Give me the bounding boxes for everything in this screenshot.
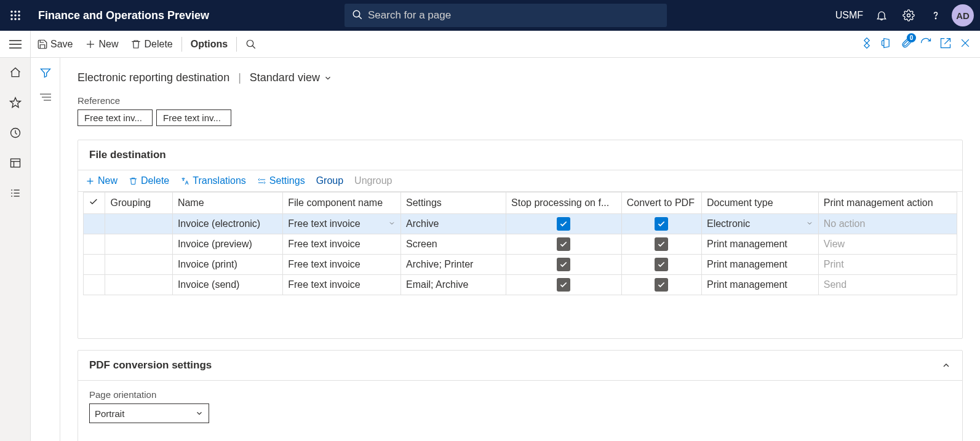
cell-stop[interactable] bbox=[506, 214, 622, 234]
col-select[interactable] bbox=[84, 193, 105, 214]
cell-settings[interactable]: Archive; Printer bbox=[401, 255, 506, 275]
app-launcher-icon[interactable] bbox=[0, 0, 31, 31]
col-grouping[interactable]: Grouping bbox=[105, 193, 172, 214]
col-component[interactable]: File component name bbox=[283, 193, 401, 214]
related-info-icon[interactable] bbox=[40, 93, 51, 103]
table-row[interactable]: Invoice (preview)Free text invoiceScreen… bbox=[84, 234, 957, 255]
help-icon[interactable] bbox=[925, 4, 947, 26]
col-settings[interactable]: Settings bbox=[401, 193, 506, 214]
checkbox-icon[interactable] bbox=[557, 237, 570, 251]
cell-doc-type[interactable]: Print management bbox=[701, 234, 818, 255]
attachments-icon[interactable]: 0 bbox=[900, 37, 912, 51]
page-orientation-select[interactable]: Portrait bbox=[89, 403, 209, 423]
office-icon[interactable] bbox=[880, 37, 893, 51]
cell-component[interactable]: Free text invoice bbox=[283, 275, 401, 295]
grid-translations-label: Translations bbox=[193, 175, 246, 186]
cell-doc-type[interactable]: Print management bbox=[701, 255, 818, 275]
row-selector[interactable] bbox=[84, 275, 105, 295]
cell-convert[interactable] bbox=[621, 234, 701, 255]
cell-action[interactable]: No action bbox=[818, 214, 957, 234]
cell-doc-type[interactable]: Electronic bbox=[701, 214, 818, 234]
col-name[interactable]: Name bbox=[172, 193, 282, 214]
cell-component[interactable]: Free text invoice bbox=[283, 234, 401, 255]
cell-settings[interactable]: Screen bbox=[401, 234, 506, 255]
cell-grouping[interactable] bbox=[105, 275, 172, 295]
reference-value[interactable]: Free text inv... bbox=[78, 109, 153, 126]
view-selector[interactable]: Standard view bbox=[250, 71, 332, 84]
cell-convert[interactable] bbox=[621, 214, 701, 234]
home-icon[interactable] bbox=[9, 66, 22, 81]
reference-value[interactable]: Free text inv... bbox=[156, 109, 231, 126]
new-button[interactable]: New bbox=[79, 31, 124, 58]
checkbox-icon[interactable] bbox=[655, 217, 668, 231]
favorites-icon[interactable] bbox=[9, 97, 22, 111]
modules-icon[interactable] bbox=[9, 187, 22, 201]
cell-doc-type[interactable]: Print management bbox=[701, 275, 818, 295]
search-input[interactable]: Search for a page bbox=[345, 4, 667, 27]
cell-component[interactable]: Free text invoice bbox=[283, 255, 401, 275]
cell-name[interactable]: Invoice (preview) bbox=[172, 234, 282, 255]
row-selector[interactable] bbox=[84, 255, 105, 275]
cell-name[interactable]: Invoice (send) bbox=[172, 275, 282, 295]
file-destination-header[interactable]: File destination bbox=[78, 140, 962, 170]
grid-translations-button[interactable]: Translations bbox=[180, 175, 246, 186]
cell-action[interactable]: Print bbox=[818, 255, 957, 275]
grid-settings-button[interactable]: Settings bbox=[257, 175, 305, 186]
pdf-conversion-header[interactable]: PDF conversion settings bbox=[78, 351, 962, 381]
col-stop[interactable]: Stop processing on f... bbox=[506, 193, 622, 214]
cell-settings[interactable]: Email; Archive bbox=[401, 275, 506, 295]
svg-point-1 bbox=[14, 10, 17, 13]
col-action[interactable]: Print management action bbox=[818, 193, 957, 214]
save-button[interactable]: Save bbox=[31, 31, 79, 58]
grid-delete-button[interactable]: Delete bbox=[129, 175, 169, 186]
col-doc-type[interactable]: Document type bbox=[701, 193, 818, 214]
checkbox-icon[interactable] bbox=[655, 258, 668, 271]
chevron-up-icon bbox=[941, 360, 951, 370]
cell-stop[interactable] bbox=[506, 275, 622, 295]
avatar[interactable]: AD bbox=[952, 4, 974, 26]
cell-action[interactable]: View bbox=[818, 234, 957, 255]
checkbox-icon[interactable] bbox=[655, 278, 668, 292]
workspaces-icon[interactable] bbox=[9, 157, 22, 171]
recent-icon[interactable] bbox=[9, 127, 22, 141]
close-icon[interactable] bbox=[959, 37, 971, 51]
options-button[interactable]: Options bbox=[185, 31, 234, 58]
cell-convert[interactable] bbox=[621, 255, 701, 275]
cell-grouping[interactable] bbox=[105, 214, 172, 234]
row-selector[interactable] bbox=[84, 214, 105, 234]
checkbox-icon[interactable] bbox=[557, 258, 570, 271]
grid-new-button[interactable]: New bbox=[86, 175, 118, 186]
cell-convert[interactable] bbox=[621, 275, 701, 295]
cell-settings[interactable]: Archive bbox=[401, 214, 506, 234]
action-search-button[interactable] bbox=[239, 31, 263, 58]
refresh-icon[interactable] bbox=[920, 37, 932, 51]
settings-icon[interactable] bbox=[898, 4, 920, 26]
table-row[interactable]: Invoice (send)Free text invoiceEmail; Ar… bbox=[84, 275, 957, 295]
filter-icon[interactable] bbox=[39, 66, 52, 81]
svg-point-4 bbox=[14, 14, 17, 17]
row-selector[interactable] bbox=[84, 234, 105, 255]
nav-toggle-icon[interactable] bbox=[0, 31, 31, 58]
cell-grouping[interactable] bbox=[105, 234, 172, 255]
popout-icon[interactable] bbox=[939, 37, 952, 51]
delete-button[interactable]: Delete bbox=[124, 31, 178, 58]
notifications-icon[interactable] bbox=[870, 4, 893, 26]
checkbox-icon[interactable] bbox=[655, 237, 668, 251]
cell-name[interactable]: Invoice (print) bbox=[172, 255, 282, 275]
cell-grouping[interactable] bbox=[105, 255, 172, 275]
cell-action[interactable]: Send bbox=[818, 275, 957, 295]
reference-label: Reference bbox=[78, 95, 963, 106]
checkbox-icon[interactable] bbox=[557, 217, 570, 231]
table-row[interactable]: Invoice (electronic)Free text invoiceArc… bbox=[84, 214, 957, 234]
search-icon bbox=[352, 9, 363, 22]
cell-component[interactable]: Free text invoice bbox=[283, 214, 401, 234]
cell-stop[interactable] bbox=[506, 234, 622, 255]
checkbox-icon[interactable] bbox=[557, 278, 570, 292]
table-row[interactable]: Invoice (print)Free text invoiceArchive;… bbox=[84, 255, 957, 275]
diamond-icon[interactable] bbox=[861, 37, 873, 51]
col-convert[interactable]: Convert to PDF bbox=[621, 193, 701, 214]
grid-group-button[interactable]: Group bbox=[316, 175, 343, 186]
cell-stop[interactable] bbox=[506, 255, 622, 275]
cell-name[interactable]: Invoice (electronic) bbox=[172, 214, 282, 234]
company-code[interactable]: USMF bbox=[835, 10, 863, 21]
